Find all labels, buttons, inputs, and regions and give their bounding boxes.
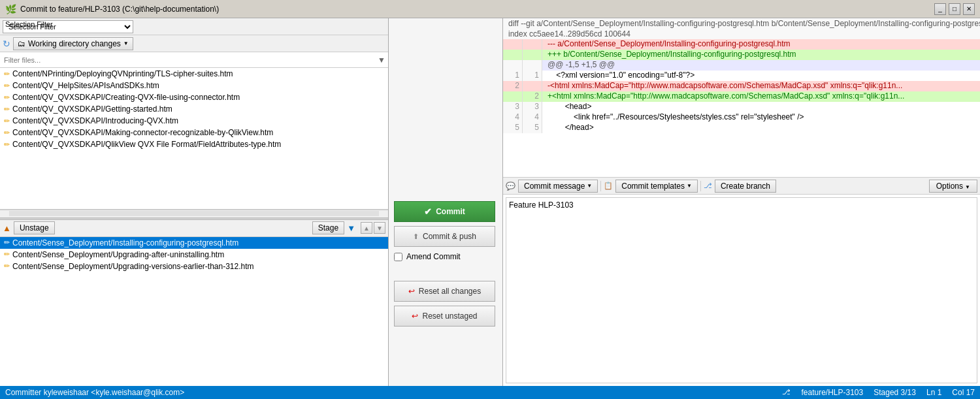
branch-icon: ⎇ (782, 388, 791, 397)
list-item[interactable]: ✏ Content/QV_QVXSDKAPI/QlikView QVX File… (0, 138, 388, 150)
commit-message-button[interactable]: Commit message ▼ (518, 180, 598, 193)
create-branch-icon: ⎇ (704, 182, 712, 190)
options-dropdown-arrow: ▼ (965, 184, 970, 190)
file-pencil-icon: ✏ (4, 140, 10, 149)
commit-button[interactable]: ✔ Commit (394, 201, 495, 222)
file-pencil-icon: ✏ (4, 238, 10, 247)
workdir-dropdown-arrow: ▼ (123, 40, 129, 46)
file-pencil-icon: ✏ (4, 70, 10, 78)
commit-templates-icon: 📋 (604, 182, 613, 190)
diff-line-removed-file: --- a/Content/Sense_Deployment/Installin… (503, 39, 980, 50)
right-panel: diff --git a/Content/Sense_Deployment/In… (503, 18, 980, 386)
stage-arrow-icon: ▼ (347, 223, 355, 233)
file-pencil-icon: ✏ (4, 129, 10, 137)
filter-input[interactable] (0, 52, 375, 67)
unstage-arrow-icon: ▲ (3, 223, 11, 233)
diff-context-4: 4 4 <link href="../Resources/Stylesheets… (503, 112, 980, 123)
commit-message-area: Feature HLP-3103 (503, 195, 980, 386)
list-item[interactable]: ✏ Content/Sense_Deployment/Upgrading-aft… (0, 249, 388, 261)
app-icon: 🌿 (5, 4, 16, 14)
staged-label: Staged 3/13 (874, 388, 916, 397)
diff-context-1: 1 1 <?xml version="1.0" encoding="utf-8"… (503, 71, 980, 81)
file-pencil-icon: ✏ (4, 250, 10, 259)
commit-tmpl-dropdown-arrow: ▼ (687, 183, 692, 189)
workdir-row: ↻ 🗂 Working directory changes ▼ (0, 35, 388, 52)
titlebar: 🌿 Commit to feature/HLP-3103 (C:\git\hel… (0, 0, 980, 18)
diff-line-added-file: +++ b/Content/Sense_Deployment/Installin… (503, 50, 980, 60)
hscroll-track[interactable] (9, 211, 379, 216)
file-pencil-icon: ✏ (4, 117, 10, 125)
maximize-button[interactable]: □ (949, 3, 960, 15)
reset-unstaged-button[interactable]: ↩ Reset unstaged (394, 306, 495, 327)
amend-checkbox[interactable] (394, 253, 402, 261)
commit-templates-button[interactable]: Commit templates ▼ (615, 180, 698, 193)
commit-message-icon: 💬 (506, 182, 515, 191)
minimize-button[interactable]: _ (934, 3, 946, 15)
committer-label: Committer kyleweishaar <kyle.weishaar@ql… (5, 388, 184, 397)
commit-check-icon: ✔ (424, 206, 432, 217)
file-pencil-icon: ✏ (4, 82, 10, 90)
branch-label: feature/HLP-3103 (801, 388, 863, 397)
amend-row: Amend Commit (394, 251, 497, 263)
stage-button[interactable]: Stage (312, 221, 344, 234)
file-pencil-icon: ✏ (4, 262, 10, 270)
unstage-button[interactable]: Unstage (14, 221, 55, 234)
refresh-icon: ↻ (3, 39, 10, 49)
selection-filter-row: Selection Filter Selection Filter (0, 18, 388, 35)
reset-unstaged-icon: ↩ (412, 311, 418, 321)
list-item[interactable]: ✏ Content/NPrinting/DeployingQVNprinting… (0, 68, 388, 80)
workdir-button[interactable]: 🗂 Working directory changes ▼ (13, 37, 133, 50)
diff-context-5: 5 5 </head> (503, 123, 980, 133)
diff-hunk-line: @@ -1,5 +1,5 @@ (503, 60, 980, 71)
col-label: Col 17 (952, 388, 975, 397)
file-pencil-icon: ✏ (4, 93, 10, 102)
reset-all-button[interactable]: ↩ Reset all changes (394, 281, 495, 302)
list-item[interactable]: ✏ Content/Sense_Deployment/Upgrading-ver… (0, 261, 388, 272)
diff-view[interactable]: diff --git a/Content/Sense_Deployment/In… (503, 18, 980, 177)
commit-toolbar-separator (600, 181, 601, 191)
commit-area: 💬 Commit message ▼ 📋 Commit templates ▼ … (503, 177, 980, 386)
commit-message-input[interactable]: Feature HLP-3103 (506, 197, 977, 383)
file-pencil-icon: ✏ (4, 105, 10, 114)
action-panel: ✔ Commit ⬆ Commit & push Amend Commit ↩ … (389, 18, 503, 386)
list-item[interactable]: ✏ Content/QV_QVXSDKAPI/Creating-QVX-file… (0, 91, 388, 103)
close-button[interactable]: ✕ (963, 3, 975, 15)
commit-toolbar: 💬 Commit message ▼ 📋 Commit templates ▼ … (503, 178, 980, 195)
unstage-label: Unstage (20, 223, 49, 232)
window-title: Commit to feature/HLP-3103 (C:\git\help-… (20, 5, 934, 14)
commit-msg-dropdown-arrow: ▼ (587, 183, 592, 189)
push-up-button[interactable]: ▲ (361, 222, 372, 234)
diff-header-git: diff --git a/Content/Sense_Deployment/In… (503, 18, 980, 29)
reset-all-icon: ↩ (408, 287, 415, 296)
list-item[interactable]: ✏ Content/QV_QVXSDKAPI/Introducing-QVX.h… (0, 115, 388, 127)
diff-header-index: index cc5aee14..289d56cd 100644 (503, 29, 980, 39)
commit-push-icon: ⬆ (413, 232, 419, 241)
statusbar: Committer kyleweishaar <kyle.weishaar@ql… (0, 386, 980, 399)
left-panel: Selection Filter Selection Filter ↻ 🗂 Wo… (0, 18, 389, 386)
filter-dropdown-arrow[interactable]: ▼ (375, 56, 388, 65)
staged-file-list: ✏ Content/Sense_Deployment/Installing-co… (0, 237, 388, 387)
amend-label: Amend Commit (406, 252, 461, 261)
commit-push-button[interactable]: ⬆ Commit & push (394, 226, 495, 247)
diff-context-3: 3 3 <head> (503, 102, 980, 112)
diff-added-line: 2 +<html xmlns:MadCap="http://www.madcap… (503, 91, 980, 102)
stage-toolbar: ▲ Unstage Stage ▼ ▲ ▼ (0, 220, 388, 237)
create-branch-button[interactable]: Create branch (715, 180, 776, 193)
workdir-label: Working directory changes (28, 39, 121, 48)
list-item[interactable]: ✏ Content/QV_QVXSDKAPI/Making-connector-… (0, 127, 388, 138)
commit-toolbar-separator2 (700, 181, 701, 191)
folder-icon: 🗂 (18, 39, 25, 48)
selection-filter-select[interactable]: Selection Filter (3, 20, 133, 33)
diff-removed-line: 2 -<html xmlns:MadCap="http://www.madcap… (503, 81, 980, 91)
filter-row: ▼ (0, 52, 388, 68)
list-item[interactable]: ✏ Content/QV_QVXSDKAPI/Getting-started.h… (0, 103, 388, 115)
push-down-button[interactable]: ▼ (374, 222, 385, 234)
options-button[interactable]: Options ▼ (929, 180, 977, 193)
list-item[interactable]: ✏ Content/Sense_Deployment/Installing-co… (0, 237, 388, 249)
upper-hscroll[interactable] (0, 210, 388, 217)
ln-label: Ln 1 (926, 388, 941, 397)
list-item[interactable]: ✏ Content/QV_HelpSites/APIsAndSDKs.htm (0, 80, 388, 91)
unstaged-file-list: ✏ Content/NPrinting/DeployingQVNprinting… (0, 68, 388, 210)
stage-label: Stage (318, 223, 338, 232)
